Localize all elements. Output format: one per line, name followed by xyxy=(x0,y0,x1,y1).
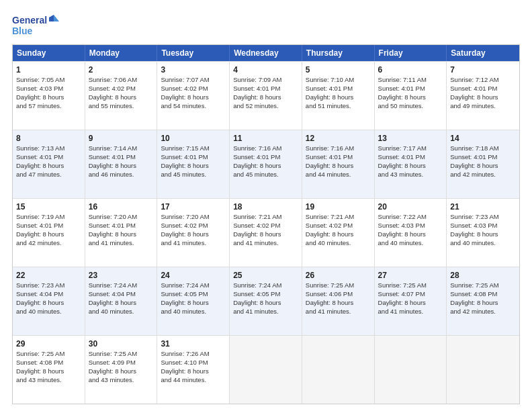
day-info: Daylight: 8 hours xyxy=(378,299,443,308)
day-info: Daylight: 8 hours xyxy=(16,299,81,308)
day-info: Daylight: 8 hours xyxy=(306,162,371,171)
day-info: and 41 minutes. xyxy=(306,308,371,316)
day-info: Daylight: 8 hours xyxy=(450,299,516,308)
day-info: Daylight: 8 hours xyxy=(89,93,154,102)
day-info: Sunset: 4:08 PM xyxy=(450,290,516,299)
day-info: and 45 minutes. xyxy=(161,171,226,179)
svg-marker-2 xyxy=(54,15,59,21)
day-info: and 42 minutes. xyxy=(16,239,81,248)
day-info: Sunrise: 7:13 AM xyxy=(16,144,81,153)
day-info: Sunrise: 7:09 AM xyxy=(233,76,298,85)
day-info: and 41 minutes. xyxy=(233,239,298,248)
day-info: and 51 minutes. xyxy=(306,102,371,111)
calendar-cell: 26Sunrise: 7:25 AMSunset: 4:06 PMDayligh… xyxy=(302,267,375,335)
day-info: Sunrise: 7:25 AM xyxy=(89,350,154,359)
day-info: Sunset: 4:01 PM xyxy=(378,153,443,162)
day-info: Sunrise: 7:22 AM xyxy=(378,213,443,222)
calendar-row: 1Sunrise: 7:05 AMSunset: 4:03 PMDaylight… xyxy=(13,61,519,130)
calendar-cell: 30Sunrise: 7:25 AMSunset: 4:09 PMDayligh… xyxy=(85,336,158,404)
cal-header-cell: Friday xyxy=(375,45,447,61)
day-info: Sunrise: 7:23 AM xyxy=(450,213,516,222)
calendar: SundayMondayTuesdayWednesdayThursdayFrid… xyxy=(12,44,520,404)
day-info: Daylight: 8 hours xyxy=(306,299,371,308)
day-info: Sunset: 4:01 PM xyxy=(233,153,298,162)
calendar-cell: 9Sunrise: 7:14 AMSunset: 4:01 PMDaylight… xyxy=(85,130,158,198)
calendar-header: SundayMondayTuesdayWednesdayThursdayFrid… xyxy=(13,45,519,61)
day-info: Sunset: 4:01 PM xyxy=(89,222,154,230)
day-info: Daylight: 8 hours xyxy=(450,162,516,171)
day-info: Sunrise: 7:18 AM xyxy=(450,144,516,153)
day-number: 3 xyxy=(161,64,226,75)
calendar-cell: 20Sunrise: 7:22 AMSunset: 4:03 PMDayligh… xyxy=(375,199,447,267)
day-info: Sunset: 4:02 PM xyxy=(161,85,226,93)
calendar-cell: 12Sunrise: 7:16 AMSunset: 4:01 PMDayligh… xyxy=(302,130,375,198)
calendar-cell: 14Sunrise: 7:18 AMSunset: 4:01 PMDayligh… xyxy=(447,130,519,198)
calendar-cell: 16Sunrise: 7:20 AMSunset: 4:01 PMDayligh… xyxy=(85,199,158,267)
day-number: 31 xyxy=(161,338,226,349)
day-number: 28 xyxy=(450,270,516,281)
day-info: Sunset: 4:10 PM xyxy=(161,359,226,367)
day-info: Sunrise: 7:25 AM xyxy=(306,281,371,290)
day-info: Sunrise: 7:17 AM xyxy=(378,144,443,153)
calendar-cell: 1Sunrise: 7:05 AMSunset: 4:03 PMDaylight… xyxy=(13,62,85,130)
day-info: Sunset: 4:03 PM xyxy=(16,85,81,93)
day-number: 13 xyxy=(378,133,443,144)
calendar-cell: 15Sunrise: 7:19 AMSunset: 4:01 PMDayligh… xyxy=(13,199,85,267)
calendar-cell: 25Sunrise: 7:24 AMSunset: 4:05 PMDayligh… xyxy=(230,267,302,335)
cal-header-cell: Saturday xyxy=(447,45,519,61)
day-info: and 41 minutes. xyxy=(89,239,154,248)
day-number: 16 xyxy=(89,201,154,212)
day-info: Daylight: 8 hours xyxy=(16,162,81,171)
day-info: and 55 minutes. xyxy=(89,102,154,111)
day-info: and 49 minutes. xyxy=(450,102,516,111)
day-info: and 47 minutes. xyxy=(16,171,81,179)
day-number: 26 xyxy=(306,270,371,281)
day-info: and 50 minutes. xyxy=(378,102,443,111)
day-info: and 40 minutes. xyxy=(306,239,371,248)
day-info: Sunrise: 7:26 AM xyxy=(161,350,226,359)
day-info: Daylight: 8 hours xyxy=(161,367,226,376)
calendar-cell: 5Sunrise: 7:10 AMSunset: 4:01 PMDaylight… xyxy=(302,62,375,130)
day-info: Sunrise: 7:25 AM xyxy=(450,281,516,290)
day-info: and 43 minutes. xyxy=(89,376,154,385)
day-info: Sunrise: 7:25 AM xyxy=(378,281,443,290)
day-info: and 44 minutes. xyxy=(306,171,371,179)
day-number: 19 xyxy=(306,201,371,212)
day-info: and 40 minutes. xyxy=(378,239,443,248)
day-info: Sunset: 4:01 PM xyxy=(378,85,443,93)
day-number: 14 xyxy=(450,133,516,144)
cal-header-cell: Thursday xyxy=(302,45,375,61)
day-info: Sunset: 4:06 PM xyxy=(306,290,371,299)
day-info: Sunrise: 7:21 AM xyxy=(306,213,371,222)
day-info: Sunrise: 7:16 AM xyxy=(306,144,371,153)
day-info: Sunset: 4:01 PM xyxy=(233,85,298,93)
day-info: Daylight: 8 hours xyxy=(16,93,81,102)
cal-header-cell: Sunday xyxy=(13,45,85,61)
day-info: Sunrise: 7:06 AM xyxy=(89,76,154,85)
day-number: 29 xyxy=(16,338,81,349)
day-info: and 44 minutes. xyxy=(161,376,226,385)
day-info: Daylight: 8 hours xyxy=(16,367,81,376)
day-info: and 40 minutes. xyxy=(89,308,154,316)
cal-header-cell: Wednesday xyxy=(230,45,302,61)
calendar-cell: 21Sunrise: 7:23 AMSunset: 4:03 PMDayligh… xyxy=(447,199,519,267)
day-info: Daylight: 8 hours xyxy=(233,299,298,308)
day-number: 4 xyxy=(233,64,298,75)
day-info: Sunset: 4:05 PM xyxy=(233,290,298,299)
day-info: Sunrise: 7:24 AM xyxy=(161,281,226,290)
day-info: Sunset: 4:02 PM xyxy=(161,222,226,230)
day-info: Daylight: 8 hours xyxy=(89,299,154,308)
calendar-cell: 31Sunrise: 7:26 AMSunset: 4:10 PMDayligh… xyxy=(157,336,230,404)
calendar-cell: 8Sunrise: 7:13 AMSunset: 4:01 PMDaylight… xyxy=(13,130,85,198)
day-info: Sunset: 4:02 PM xyxy=(89,85,154,93)
day-info: Daylight: 8 hours xyxy=(378,230,443,239)
day-info: Daylight: 8 hours xyxy=(450,93,516,102)
day-info: Sunset: 4:02 PM xyxy=(306,222,371,230)
day-info: Daylight: 8 hours xyxy=(378,93,443,102)
day-info: Sunset: 4:01 PM xyxy=(16,153,81,162)
day-info: Daylight: 8 hours xyxy=(161,230,226,239)
calendar-cell: 27Sunrise: 7:25 AMSunset: 4:07 PMDayligh… xyxy=(375,267,447,335)
day-info: Sunrise: 7:24 AM xyxy=(233,281,298,290)
day-info: and 42 minutes. xyxy=(450,171,516,179)
calendar-cell: 2Sunrise: 7:06 AMSunset: 4:02 PMDaylight… xyxy=(85,62,158,130)
